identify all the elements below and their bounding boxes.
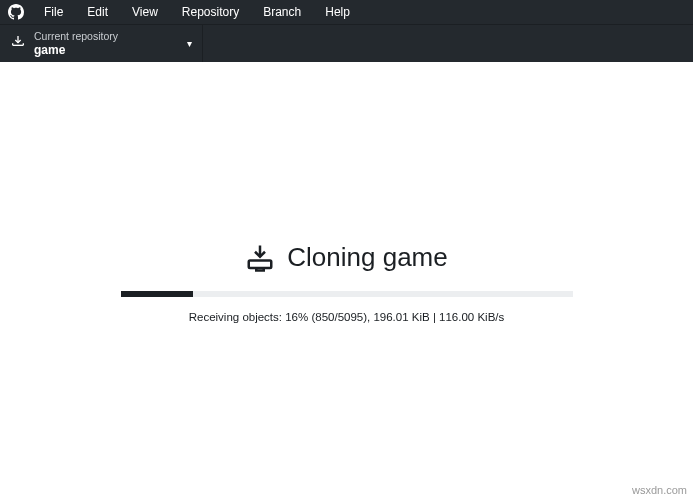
download-icon [10, 34, 26, 54]
menubar: File Edit View Repository Branch Help [0, 0, 693, 24]
menu-repository[interactable]: Repository [172, 2, 249, 22]
clone-progress-bar [121, 291, 573, 297]
clone-progress-fill [121, 291, 193, 297]
menu-help[interactable]: Help [315, 2, 360, 22]
watermark: wsxdn.com [632, 484, 687, 496]
menu-view[interactable]: View [122, 2, 168, 22]
main-content: Cloning game Receiving objects: 16% (850… [0, 62, 693, 323]
clone-title-row: Cloning game [245, 242, 447, 273]
toolbar: Current repository game ▾ [0, 24, 693, 62]
repo-selector-label: Current repository [34, 30, 179, 43]
menu-edit[interactable]: Edit [77, 2, 118, 22]
svg-rect-0 [249, 260, 272, 268]
menu-file[interactable]: File [34, 2, 73, 22]
clone-title: Cloning game [287, 242, 447, 273]
clone-status-text: Receiving objects: 16% (850/5095), 196.0… [189, 311, 505, 323]
repo-selector-value: game [34, 43, 179, 57]
current-repository-selector[interactable]: Current repository game ▾ [0, 25, 203, 62]
menu-branch[interactable]: Branch [253, 2, 311, 22]
desktop-download-icon [245, 243, 275, 273]
github-logo-icon [8, 4, 24, 20]
chevron-down-icon: ▾ [187, 38, 192, 49]
repo-selector-text: Current repository game [34, 30, 179, 57]
